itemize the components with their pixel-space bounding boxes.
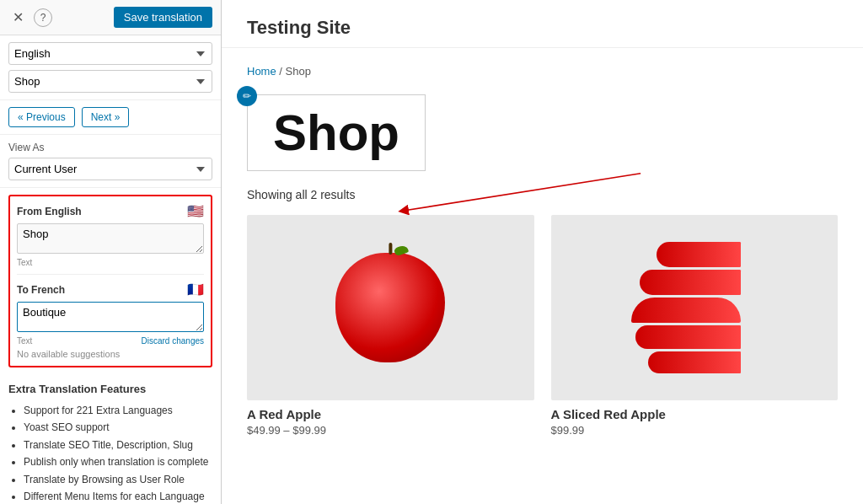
apple-slice-3 bbox=[631, 298, 741, 323]
from-label: From English bbox=[17, 206, 82, 217]
extra-feature-item: Translate SEO Title, Description, Slug bbox=[24, 437, 212, 453]
apple-slice-1 bbox=[657, 242, 741, 267]
product-price-2: $99.99 bbox=[551, 424, 839, 437]
from-flag-icon: 🇺🇸 bbox=[187, 203, 204, 219]
language-section: English Shop bbox=[0, 35, 221, 100]
product-price-1: $49.99 – $99.99 bbox=[247, 424, 534, 437]
right-panel: Testing Site Home / Shop ✏ Shop Showing … bbox=[222, 0, 863, 504]
product-name-1: A Red Apple bbox=[247, 407, 534, 421]
discard-changes-link[interactable]: Discard changes bbox=[142, 336, 204, 346]
product-card-2: A Sliced Red Apple $99.99 bbox=[551, 215, 839, 437]
extra-feature-item: Translate by Browsing as User Role bbox=[24, 471, 212, 488]
extra-features-list: Support for 221 Extra LanguagesYoast SEO… bbox=[8, 402, 212, 504]
product-grid: A Red Apple $49.99 – $99.99 A Sliced Red… bbox=[247, 215, 838, 437]
breadcrumb-current: Shop bbox=[286, 65, 311, 78]
toolbar: ✕ ? Save translation bbox=[0, 0, 221, 35]
view-as-label: View As bbox=[8, 142, 212, 153]
extra-feature-item: Publish only when translation is complet… bbox=[24, 453, 212, 470]
extra-features-section: Extra Translation Features Support for 2… bbox=[0, 374, 221, 504]
to-flag-icon: 🇫🇷 bbox=[187, 281, 204, 298]
breadcrumb: Home / Shop bbox=[247, 65, 838, 78]
type-select[interactable]: Shop bbox=[8, 70, 212, 93]
product-card-1: A Red Apple $49.99 – $99.99 bbox=[247, 215, 534, 437]
shop-title-block: ✏ Shop bbox=[247, 94, 426, 171]
to-sub-label: Text Discard changes bbox=[17, 336, 204, 346]
extra-feature-item: Yoast SEO support bbox=[24, 419, 212, 436]
navigation-buttons: « Previous Next » bbox=[0, 100, 221, 135]
translation-box: From English 🇺🇸 Shop Text To French 🇫🇷 B… bbox=[8, 195, 212, 367]
to-label: To French bbox=[17, 284, 65, 296]
product-image-2 bbox=[551, 215, 839, 400]
site-title: Testing Site bbox=[247, 17, 838, 39]
results-count: Showing all 2 results bbox=[247, 188, 838, 201]
from-header: From English 🇺🇸 bbox=[17, 203, 204, 219]
product-image-1 bbox=[247, 215, 534, 400]
shop-content: Home / Shop ✏ Shop Showing all 2 results… bbox=[222, 48, 863, 453]
apple-slice-4 bbox=[635, 325, 741, 349]
apple-slice-5 bbox=[648, 351, 741, 373]
breadcrumb-separator: / bbox=[276, 65, 286, 78]
no-suggestions-label: No available suggestions bbox=[17, 349, 204, 359]
save-translation-button[interactable]: Save translation bbox=[114, 7, 212, 28]
to-textarea[interactable]: Boutique bbox=[17, 302, 204, 332]
breadcrumb-home-link[interactable]: Home bbox=[247, 65, 276, 78]
shop-heading: Shop bbox=[247, 94, 426, 171]
next-button[interactable]: Next » bbox=[82, 107, 130, 127]
extra-feature-item: Support for 221 Extra Languages bbox=[24, 402, 212, 419]
apple-sliced-graphic bbox=[631, 215, 758, 400]
apple-slice-2 bbox=[640, 270, 741, 295]
language-select[interactable]: English bbox=[8, 42, 212, 65]
close-button[interactable]: ✕ bbox=[8, 8, 27, 27]
help-button[interactable]: ? bbox=[34, 8, 52, 27]
site-header: Testing Site bbox=[222, 0, 863, 48]
previous-button[interactable]: « Previous bbox=[8, 107, 75, 127]
view-as-section: View As Current User bbox=[0, 135, 221, 188]
from-textarea[interactable]: Shop bbox=[17, 223, 204, 254]
from-sub-label: Text bbox=[17, 258, 204, 267]
extra-feature-item: Different Menu Items for each Language bbox=[24, 488, 212, 504]
edit-pencil-icon[interactable]: ✏ bbox=[237, 86, 257, 106]
extra-features-heading: Extra Translation Features bbox=[8, 383, 212, 395]
view-as-select[interactable]: Current User bbox=[8, 158, 212, 180]
apple-whole-graphic bbox=[335, 253, 445, 362]
to-header: To French 🇫🇷 bbox=[17, 281, 204, 298]
product-name-2: A Sliced Red Apple bbox=[551, 407, 839, 421]
left-panel: ✕ ? Save translation English Shop « Prev… bbox=[0, 0, 222, 504]
